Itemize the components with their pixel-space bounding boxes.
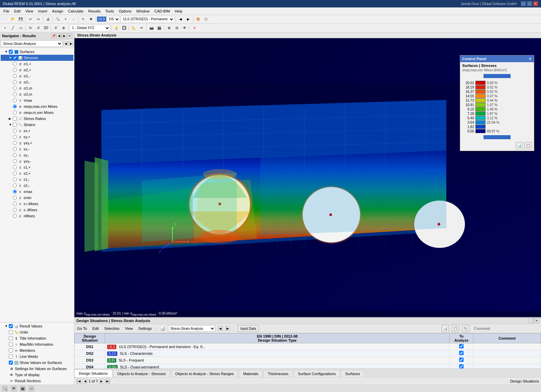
prev-btn[interactable]: ◀	[177, 16, 184, 23]
eyp-radio[interactable]	[13, 135, 17, 139]
maxmin-checkbox[interactable]	[9, 342, 13, 346]
tree-title-info[interactable]: ℹ Title Information	[1, 335, 73, 341]
bp-view[interactable]: View	[123, 326, 134, 331]
page-prev-btn[interactable]: ◀	[83, 379, 87, 384]
menu-window[interactable]: Window	[134, 8, 151, 14]
tree-emin[interactable]: ε εmin	[1, 195, 73, 201]
section-btn[interactable]: ⊟	[173, 24, 181, 32]
gxym-radio[interactable]	[13, 159, 17, 163]
snap-btn[interactable]: ⊕	[60, 24, 67, 32]
tree-line-welds[interactable]: ⌇ Line Welds	[1, 353, 73, 360]
bp-combo-right[interactable]: ▶	[226, 326, 230, 331]
analyze-checkbox[interactable]	[459, 358, 464, 362]
menu-tools[interactable]: Tools	[103, 8, 116, 14]
surfaces-toggle[interactable]: ▼	[5, 50, 9, 53]
tree-units[interactable]: 📏 Units	[1, 329, 73, 335]
tree-e2m[interactable]: ε ε2,-	[1, 182, 73, 189]
stresses-toggle[interactable]: ▼	[9, 56, 13, 59]
e1p-radio[interactable]	[13, 165, 17, 169]
table-row[interactable]: DS2 S.Ch SLS - Characteristic	[75, 350, 541, 357]
plane-btn[interactable]: ⊞	[165, 24, 173, 32]
tree-e2p[interactable]: ε ε2,+	[1, 170, 73, 176]
status-eye-icon[interactable]: 👁	[11, 386, 17, 392]
rotate-x-btn[interactable]: ↻	[27, 24, 34, 32]
tab-design-situations[interactable]: Design Situations	[74, 370, 112, 377]
redo-btn[interactable]: ↪	[34, 16, 42, 23]
rv-toggle[interactable]: ▼	[5, 324, 9, 328]
rotate-y-btn[interactable]: ↺	[34, 24, 42, 32]
grid-btn[interactable]: #	[52, 24, 60, 32]
exp-radio[interactable]	[13, 129, 17, 133]
save-btn[interactable]: 💾	[17, 16, 24, 23]
camera-btn[interactable]: 📷	[148, 24, 155, 32]
analyze-checkbox[interactable]	[459, 351, 464, 355]
view-combo[interactable]: 1 - Global XYZ	[70, 25, 110, 31]
render-btn[interactable]: 🎨	[194, 16, 202, 23]
tree-type-display[interactable]: 👁 Type of display	[1, 372, 73, 378]
wireframe-btn[interactable]: ⬡	[202, 16, 210, 23]
measure-btn[interactable]: 📐	[130, 24, 138, 32]
analyze-checkbox[interactable]	[459, 344, 464, 348]
tree-emax[interactable]: ε εmax	[1, 189, 73, 195]
tab-objects-stress-ranges[interactable]: Objects to Analyze - Stress Ranges	[171, 370, 238, 377]
tree-emisesm[interactable]: ε ε-,Mises	[1, 207, 73, 213]
zoom-btn[interactable]: 🔍	[54, 16, 62, 23]
tab-thicknesses[interactable]: Thicknesses	[263, 370, 293, 377]
cp-table-btn[interactable]: 📋	[524, 142, 532, 149]
minimize-button[interactable]: —	[521, 1, 526, 6]
move-btn[interactable]: ✥	[87, 16, 95, 23]
tree-exp[interactable]: ε εx,+	[1, 128, 73, 134]
bp-combo-left[interactable]: ◀	[218, 326, 223, 331]
surfaces-checkbox[interactable]	[9, 50, 13, 54]
light-btn[interactable]: 💡	[113, 24, 120, 32]
video-btn[interactable]: 🎬	[156, 24, 163, 32]
status-camera-icon[interactable]: 🎬	[20, 386, 26, 392]
cp-close-btn[interactable]: ✕	[528, 56, 532, 61]
tree-stresses[interactable]: ▼ 📊 Stresses	[1, 55, 73, 61]
bp-icon-btn3[interactable]: 🔧	[462, 325, 469, 332]
viewport-canvas[interactable]: X Y Z Y X Z max σ	[74, 38, 541, 317]
tree-result-values[interactable]: ▼ 📊 Result Values	[1, 323, 73, 329]
title-info-checkbox[interactable]	[9, 336, 13, 340]
nav-pin-btn[interactable]: 📌	[51, 33, 56, 38]
gxyp-radio[interactable]	[13, 141, 17, 145]
menu-insert[interactable]: Insert	[36, 8, 49, 14]
emax-radio[interactable]	[13, 190, 17, 194]
tree-gxym[interactable]: γ γxy,-	[1, 158, 73, 164]
print-btn[interactable]: 🖨	[44, 16, 52, 23]
ds-combo[interactable]: DS1	[107, 16, 120, 23]
bp-settings[interactable]: Settings	[137, 326, 153, 331]
maximize-button[interactable]: □	[527, 1, 532, 6]
sigmaeqvmax-radio[interactable]	[13, 104, 17, 108]
render2-btn[interactable]: 🔲	[120, 24, 128, 32]
table-row[interactable]: DS1 ULS ULS (STR/GEO) - Permanent and tr…	[75, 343, 541, 350]
stresses-checkbox[interactable]	[13, 56, 17, 60]
emisesm-radio[interactable]	[13, 208, 17, 212]
tree-show-values[interactable]: 🔢 Show Values on Surfaces	[1, 360, 73, 366]
status-search-icon[interactable]: 🔍	[2, 386, 8, 392]
tree-members[interactable]: ═ Members	[1, 347, 73, 353]
analyze-checkbox[interactable]	[459, 364, 464, 368]
select-btn[interactable]: ↖	[79, 16, 87, 23]
taumax-radio[interactable]	[13, 98, 17, 102]
close-button[interactable]: ✕	[533, 1, 538, 6]
nav-left-btn[interactable]: ◀	[56, 33, 61, 38]
menu-help[interactable]: Help	[173, 8, 185, 14]
strains-toggle[interactable]: ▼	[9, 123, 13, 126]
menu-view[interactable]: View	[23, 8, 36, 14]
e2m-radio[interactable]	[13, 183, 17, 188]
legend-scroll-down[interactable]	[484, 135, 511, 139]
exm-radio[interactable]	[13, 147, 17, 151]
tree-sigma1m[interactable]: σ σ1,-	[1, 73, 73, 79]
strains-checkbox[interactable]	[13, 123, 17, 127]
open-btn[interactable]: 📂	[9, 16, 17, 23]
bp-selection[interactable]: Selection	[103, 326, 121, 331]
nav-combo-right[interactable]: ▶	[69, 41, 73, 46]
bp-combo[interactable]: Stress-Strain Analysis	[168, 325, 215, 332]
emises-radio[interactable]	[13, 214, 17, 218]
line-btn[interactable]: ╱	[9, 24, 17, 32]
undo-btn[interactable]: ↩	[27, 16, 34, 23]
legend-scroll-up[interactable]	[484, 74, 511, 78]
visible-btn[interactable]: 👁	[181, 24, 188, 32]
next-btn[interactable]: ▶	[185, 16, 192, 23]
